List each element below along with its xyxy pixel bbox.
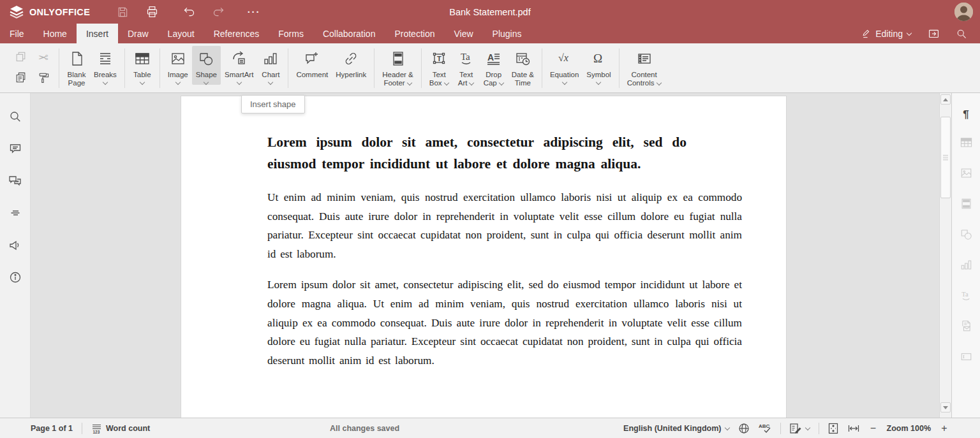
chart-button[interactable]: Chart <box>257 46 284 85</box>
scroll-down-button[interactable] <box>940 402 951 412</box>
search-button[interactable] <box>956 28 967 40</box>
redo-icon <box>212 5 225 18</box>
print-button[interactable] <box>141 4 163 20</box>
language-selector[interactable]: English (United Kingdom) <box>623 424 729 433</box>
sidebar-navigation-button[interactable] <box>9 207 22 222</box>
blank-page-button[interactable]: Blank Page <box>63 46 90 87</box>
scroll-up-button[interactable] <box>940 94 951 105</box>
more-button[interactable]: ··· <box>243 4 265 20</box>
drop-cap-button[interactable]: A Drop Cap <box>480 46 508 87</box>
globe-icon <box>738 423 750 434</box>
svg-text:T: T <box>437 54 442 62</box>
mail-merge-icon <box>960 319 973 333</box>
sidebar-chat-button[interactable] <box>8 174 22 190</box>
paste-button[interactable] <box>15 71 27 86</box>
text-art-settings-button[interactable]: Ta <box>960 289 973 305</box>
tab-draw[interactable]: Draw <box>118 24 158 43</box>
chevron-down-icon <box>237 80 242 85</box>
tab-protection[interactable]: Protection <box>385 24 444 43</box>
page-indicator[interactable]: Page 1 of 1 <box>31 424 73 433</box>
shape-settings-button[interactable] <box>960 228 973 244</box>
mail-merge-button[interactable] <box>960 319 973 335</box>
equation-icon: √x <box>556 50 573 67</box>
text-box-settings-button[interactable] <box>960 350 973 366</box>
image-button[interactable]: Image <box>164 46 192 85</box>
tab-view[interactable]: View <box>444 24 482 43</box>
vertical-scrollbar[interactable] <box>939 93 951 418</box>
fit-page-icon <box>828 423 839 434</box>
tab-home[interactable]: Home <box>34 24 77 43</box>
svg-text:A: A <box>487 52 494 62</box>
text-box-icon: T <box>431 50 447 67</box>
document-heading[interactable]: Lorem ipsum dolor sit amet, consectetur … <box>267 131 687 175</box>
spell-check-button[interactable]: ABC <box>758 423 772 434</box>
paragraph-settings-button[interactable]: ¶ <box>963 108 969 121</box>
paste-icon <box>15 71 27 84</box>
tab-layout[interactable]: Layout <box>158 24 204 43</box>
track-changes-button[interactable] <box>789 423 810 434</box>
copy-button[interactable] <box>15 50 27 65</box>
editing-mode-dropdown[interactable]: Editing <box>861 29 912 39</box>
header-footer-settings-button[interactable] <box>960 197 973 213</box>
scrollbar-thumb[interactable] <box>940 117 951 198</box>
tab-collaboration[interactable]: Collaboration <box>313 24 385 43</box>
sidebar-comments-button[interactable] <box>9 142 22 157</box>
symbol-button[interactable]: Ω Symbol <box>583 46 614 85</box>
save-button[interactable] <box>112 4 133 20</box>
arrow-up-icon <box>943 98 948 101</box>
text-art-icon: Ta <box>458 50 475 67</box>
image-settings-button[interactable] <box>960 166 973 182</box>
tab-forms[interactable]: Forms <box>269 24 313 43</box>
header-footer-button[interactable]: Header & Footer <box>378 46 417 87</box>
fit-to-width-button[interactable] <box>847 423 860 434</box>
tab-insert[interactable]: Insert <box>77 24 118 43</box>
chart-settings-button[interactable] <box>960 258 973 274</box>
sidebar-search-button[interactable] <box>9 110 22 126</box>
open-file-location-button[interactable] <box>928 27 940 40</box>
zoom-in-button[interactable]: + <box>939 423 949 434</box>
document-paragraph[interactable]: Ut enim ad minim veniam, quis nostrud ex… <box>267 188 742 263</box>
svg-text:√x: √x <box>558 52 568 63</box>
symbol-icon: Ω <box>590 50 607 67</box>
tab-plugins[interactable]: Plugins <box>483 24 531 43</box>
smartart-icon <box>231 50 248 67</box>
text-art-button[interactable]: Ta Text Art <box>453 46 480 87</box>
smartart-button[interactable]: SmartArt <box>221 46 257 85</box>
word-count-button[interactable]: 123 Word count <box>91 423 150 434</box>
user-avatar[interactable] <box>954 3 973 21</box>
document-language-button[interactable] <box>738 423 750 434</box>
chevron-down-icon <box>805 426 810 430</box>
copy-style-icon <box>38 71 50 84</box>
document-paragraph[interactable]: Lorem ipsum dolor sit amet, consectetur … <box>267 275 742 370</box>
fit-to-page-button[interactable] <box>828 423 839 434</box>
zoom-out-button[interactable]: − <box>868 423 879 434</box>
table-button[interactable]: Table <box>129 46 156 85</box>
date-time-button[interactable]: Date & Time <box>508 46 538 87</box>
copy-style-button[interactable] <box>38 71 50 86</box>
content-controls-icon <box>636 50 653 67</box>
chevron-down-icon <box>725 426 730 430</box>
review-changes-icon <box>789 423 802 434</box>
breaks-button[interactable]: Breaks <box>90 46 121 85</box>
equation-button[interactable]: √x Equation <box>546 46 583 85</box>
zoom-level-label[interactable]: Zoom 100% <box>887 424 931 433</box>
table-settings-button[interactable] <box>960 136 973 152</box>
cut-button[interactable]: ✂ <box>38 50 48 65</box>
comment-button[interactable]: Comment <box>292 46 332 79</box>
sidebar-feedback-button[interactable] <box>8 238 22 254</box>
svg-text:Ta: Ta <box>461 52 470 62</box>
document-page[interactable]: Lorem ipsum dolor sit amet, consectetur … <box>181 96 787 418</box>
tab-references[interactable]: References <box>204 24 269 43</box>
document-canvas[interactable]: Lorem ipsum dolor sit amet, consectetur … <box>31 93 939 418</box>
text-box-button[interactable]: T Text Box <box>426 46 453 87</box>
text-box-settings-icon <box>960 350 973 363</box>
content-controls-button[interactable]: Content Controls <box>623 46 665 87</box>
shape-button[interactable]: Shape <box>192 46 221 85</box>
sidebar-about-button[interactable] <box>9 271 22 286</box>
breaks-icon <box>97 50 114 67</box>
more-icon: ··· <box>248 6 261 17</box>
redo-button[interactable] <box>207 4 229 20</box>
hyperlink-button[interactable]: Hyperlink <box>332 46 370 79</box>
tab-file[interactable]: File <box>0 24 34 43</box>
undo-button[interactable] <box>178 4 200 20</box>
